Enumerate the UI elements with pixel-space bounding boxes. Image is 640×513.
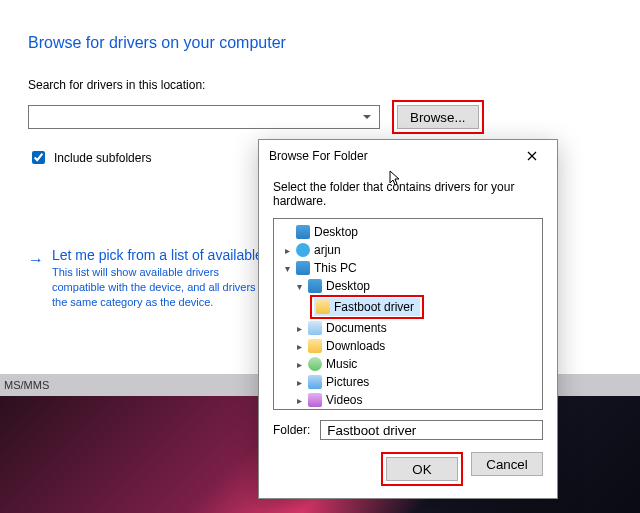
chevron-down-icon[interactable]: ▾ (282, 263, 292, 274)
desktop-icon (308, 279, 322, 293)
tree-node-pictures[interactable]: ▸ Pictures (280, 373, 536, 391)
highlight-browse: Browse... (392, 100, 484, 134)
tree-node-documents[interactable]: ▸ Documents (280, 319, 536, 337)
search-location-label: Search for drivers in this location: (28, 78, 612, 92)
desktop-icon (296, 225, 310, 239)
chevron-right-icon[interactable]: ▸ (294, 359, 304, 370)
tree-node-fastboot-wrap: Fastboot driver (280, 295, 536, 319)
chevron-right-icon[interactable]: ▸ (294, 341, 304, 352)
user-icon (296, 243, 310, 257)
tree-node-desktop[interactable]: Desktop (280, 223, 536, 241)
let-me-pick-desc: This list will show available drivers co… (52, 265, 272, 310)
tree-node-videos[interactable]: ▸ Videos (280, 391, 536, 409)
folder-field-label: Folder: (273, 423, 310, 437)
tree-node-user[interactable]: ▸ arjun (280, 241, 536, 259)
ok-button[interactable]: OK (386, 457, 458, 481)
close-icon[interactable] (517, 146, 547, 166)
downloads-icon (308, 339, 322, 353)
chevron-right-icon[interactable]: ▸ (294, 323, 304, 334)
include-subfolders-label: Include subfolders (54, 151, 151, 165)
tree-node-fastboot[interactable]: Fastboot driver (314, 298, 420, 316)
highlight-fastboot: Fastboot driver (310, 295, 424, 319)
pictures-icon (308, 375, 322, 389)
highlight-ok: OK (381, 452, 463, 486)
documents-icon (308, 321, 322, 335)
folder-tree[interactable]: Desktop ▸ arjun ▾ This PC ▾ Desktop (273, 218, 543, 410)
arrow-right-icon: → (28, 251, 44, 269)
include-subfolders-checkbox[interactable] (32, 151, 45, 164)
dialog-message: Select the folder that contains drivers … (273, 180, 543, 208)
tree-node-downloads[interactable]: ▸ Downloads (280, 337, 536, 355)
videos-icon (308, 393, 322, 407)
chevron-right-icon[interactable]: ▸ (294, 395, 304, 406)
tree-node-music[interactable]: ▸ Music (280, 355, 536, 373)
tree-node-thispc[interactable]: ▾ This PC (280, 259, 536, 277)
browse-for-folder-dialog: Browse For Folder Select the folder that… (258, 139, 558, 499)
folder-input[interactable] (320, 420, 543, 440)
location-dropdown[interactable] (28, 105, 380, 129)
browse-button[interactable]: Browse... (397, 105, 479, 129)
chevron-right-icon[interactable]: ▸ (282, 245, 292, 256)
folder-icon (316, 300, 330, 314)
chevron-down-icon[interactable]: ▾ (294, 281, 304, 292)
tree-node-pc-desktop[interactable]: ▾ Desktop (280, 277, 536, 295)
page-title: Browse for drivers on your computer (28, 34, 612, 52)
dialog-title: Browse For Folder (269, 149, 368, 163)
cancel-button[interactable]: Cancel (471, 452, 543, 476)
chevron-right-icon[interactable]: ▸ (294, 377, 304, 388)
music-icon (308, 357, 322, 371)
pc-icon (296, 261, 310, 275)
